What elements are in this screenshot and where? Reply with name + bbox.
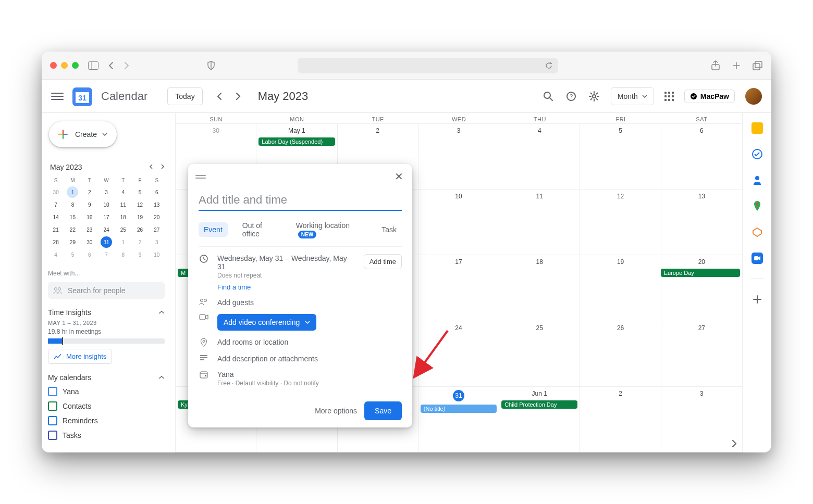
checkbox[interactable]: [48, 431, 57, 440]
day-cell[interactable]: Jun 1Child Protection Day: [499, 387, 580, 452]
today-button[interactable]: Today: [167, 87, 202, 105]
mini-cal-day[interactable]: 12: [134, 199, 146, 210]
back-icon[interactable]: [108, 61, 114, 70]
contacts-rail-icon[interactable]: [752, 174, 763, 186]
mini-cal-day[interactable]: 22: [67, 224, 78, 235]
mini-cal-day[interactable]: 16: [84, 211, 95, 223]
day-cell[interactable]: 2: [580, 387, 661, 452]
find-time-link[interactable]: Find a time: [217, 283, 251, 291]
add-time-button[interactable]: Add time: [364, 254, 402, 269]
drag-handle-icon[interactable]: [195, 175, 206, 179]
minimize-window-icon[interactable]: [61, 62, 68, 69]
day-cell[interactable]: 26: [580, 321, 661, 386]
mini-cal-day[interactable]: 23: [84, 224, 95, 235]
mini-cal-day[interactable]: 11: [117, 199, 129, 210]
gear-icon[interactable]: [588, 90, 600, 103]
mini-cal-day[interactable]: 5: [67, 249, 78, 260]
mini-cal-day[interactable]: 6: [151, 186, 163, 198]
addon-icon[interactable]: [752, 226, 763, 238]
event-chip[interactable]: (No title): [421, 405, 497, 413]
day-cell[interactable]: 3: [661, 387, 742, 452]
mini-cal-day[interactable]: 2: [134, 236, 146, 248]
prev-month-icon[interactable]: [211, 88, 228, 105]
day-cell[interactable]: 27: [661, 321, 742, 386]
calendar-list-item[interactable]: Contacts: [48, 401, 165, 411]
my-calendars-header[interactable]: My calendars: [48, 373, 165, 382]
tabs-icon[interactable]: [753, 60, 763, 71]
checkbox[interactable]: [48, 416, 57, 425]
tasks-rail-icon[interactable]: [752, 148, 763, 160]
mini-cal-day[interactable]: 26: [134, 224, 146, 235]
mini-cal-day[interactable]: 10: [151, 249, 163, 260]
mini-cal-day[interactable]: 19: [134, 211, 146, 223]
mini-cal-day[interactable]: 8: [117, 249, 129, 260]
mini-cal-day[interactable]: 24: [101, 224, 112, 235]
mini-cal-prev-icon[interactable]: [149, 164, 153, 170]
calendar-list-item[interactable]: Yana: [48, 387, 165, 396]
day-cell[interactable]: 12: [580, 190, 661, 255]
tab-working-location[interactable]: Working location NEW: [291, 218, 367, 241]
next-month-icon[interactable]: [230, 88, 247, 105]
mini-cal-day[interactable]: 9: [84, 199, 95, 210]
day-cell[interactable]: 18: [499, 255, 580, 320]
more-options-button[interactable]: More options: [315, 407, 357, 415]
maximize-window-icon[interactable]: [72, 62, 79, 69]
mini-cal-day[interactable]: 2: [84, 186, 95, 198]
mini-cal-day[interactable]: 7: [101, 249, 112, 260]
add-description-input[interactable]: Add description or attachments: [217, 355, 402, 363]
mini-cal-day[interactable]: 8: [67, 199, 78, 210]
search-people-input[interactable]: Search for people: [48, 282, 165, 299]
mini-cal-day[interactable]: 9: [134, 249, 146, 260]
day-cell[interactable]: 20Europe Day: [661, 255, 742, 320]
mini-cal-day[interactable]: 31: [101, 236, 112, 248]
mini-cal-day[interactable]: 5: [134, 186, 146, 198]
event-title-input[interactable]: [199, 184, 402, 211]
add-location-input[interactable]: Add rooms or location: [217, 338, 402, 346]
mini-cal-day[interactable]: 25: [117, 224, 129, 235]
sidebar-toggle-icon[interactable]: [88, 61, 98, 70]
window-controls[interactable]: [50, 62, 79, 69]
forward-icon[interactable]: [124, 61, 130, 70]
mini-cal-day[interactable]: 15: [67, 211, 78, 223]
tab-task[interactable]: Task: [376, 222, 402, 237]
mini-cal-day[interactable]: 30: [50, 186, 61, 198]
event-chip[interactable]: Europe Day: [661, 269, 740, 277]
mini-cal-day[interactable]: 4: [50, 249, 61, 260]
event-repeat[interactable]: Does not repeat: [217, 272, 355, 279]
checkbox[interactable]: [48, 387, 57, 396]
apps-icon[interactable]: [664, 92, 674, 101]
create-button[interactable]: Create: [49, 121, 117, 147]
day-cell[interactable]: 6: [661, 124, 742, 189]
close-icon[interactable]: ✕: [391, 169, 406, 184]
month-view[interactable]: SUNMONTUEWEDTHUFRISAT 30May 1Labor Day (…: [176, 113, 742, 452]
mini-cal-day[interactable]: 3: [151, 236, 163, 248]
mini-cal-day[interactable]: 17: [101, 211, 112, 223]
day-cell[interactable]: 3: [418, 124, 499, 189]
event-chip[interactable]: Labor Day (Suspended): [258, 137, 335, 146]
mini-cal-day[interactable]: 30: [84, 236, 95, 248]
mini-cal-next-icon[interactable]: [161, 164, 165, 170]
more-insights-button[interactable]: More insights: [48, 349, 112, 364]
maps-rail-icon[interactable]: [752, 200, 763, 212]
view-select[interactable]: Month: [611, 87, 654, 105]
add-addon-icon[interactable]: [752, 294, 763, 305]
mini-cal-day[interactable]: 21: [50, 224, 61, 235]
mini-cal-day[interactable]: 13: [151, 199, 163, 210]
day-cell[interactable]: 13: [661, 190, 742, 255]
event-date-line[interactable]: Wednesday, May 31 – Wednesday, May 31: [217, 254, 355, 271]
shield-icon[interactable]: [207, 61, 215, 70]
menu-icon[interactable]: [51, 90, 64, 103]
mini-cal-day[interactable]: 3: [101, 186, 112, 198]
day-cell[interactable]: 31(No title): [418, 387, 499, 452]
mini-cal-day[interactable]: 7: [50, 199, 61, 210]
calendar-owner-name[interactable]: Yana: [217, 370, 402, 379]
day-cell[interactable]: 25: [499, 321, 580, 386]
mini-cal-day[interactable]: 10: [101, 199, 112, 210]
day-cell[interactable]: 4: [499, 124, 580, 189]
add-video-conferencing-button[interactable]: Add video conferencing: [217, 314, 316, 331]
show-side-panel-icon[interactable]: [732, 440, 737, 449]
checkbox[interactable]: [48, 401, 57, 411]
calendar-list-item[interactable]: Reminders: [48, 416, 165, 425]
day-cell[interactable]: 24: [418, 321, 499, 386]
address-bar[interactable]: [298, 58, 558, 73]
